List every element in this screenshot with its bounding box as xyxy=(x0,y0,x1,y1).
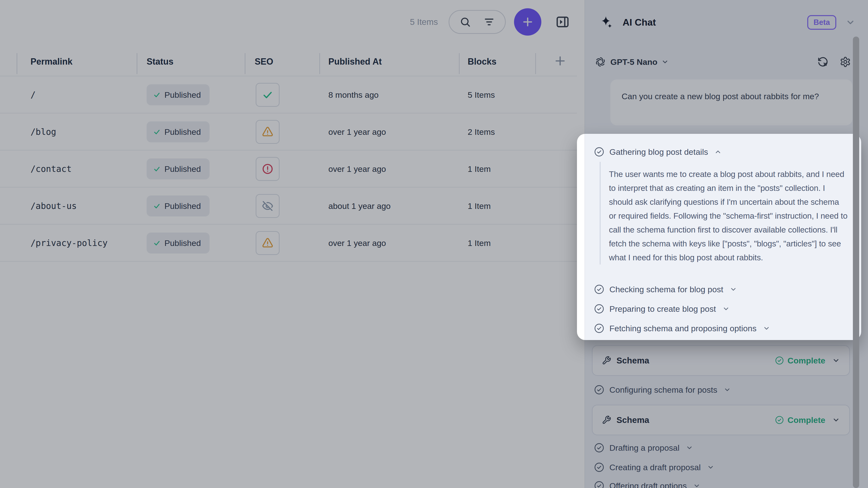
chevron-down-icon xyxy=(722,305,730,313)
column-header-blocks[interactable]: Blocks xyxy=(468,57,496,67)
blocks-cell: 1 Item xyxy=(468,238,491,248)
column-header-published-at[interactable]: Published At xyxy=(329,57,382,67)
check-circle-icon xyxy=(594,384,604,395)
reasoning-step[interactable]: Offering draft options xyxy=(594,479,701,488)
column-divider[interactable] xyxy=(136,53,137,74)
gear-icon[interactable] xyxy=(840,56,851,67)
column-divider[interactable] xyxy=(245,53,245,74)
seo-error-icon xyxy=(262,163,274,175)
status-badge: Published xyxy=(147,121,210,142)
table-row[interactable]: /blog Published over 1 year ago 2 Items xyxy=(0,113,577,151)
model-chevron-icon[interactable] xyxy=(661,58,669,66)
status-label: Published xyxy=(164,90,201,100)
column-header-status[interactable]: Status xyxy=(147,57,174,67)
chevron-up-icon xyxy=(714,148,722,156)
table-row[interactable]: /about-us Published about 1 year ago 1 I… xyxy=(0,188,577,225)
status-label: Published xyxy=(164,238,201,248)
column-divider[interactable] xyxy=(535,53,536,74)
status-label: Published xyxy=(164,164,201,174)
status-badge: Published xyxy=(147,195,210,217)
reasoning-step-label: Preparing to create blog post xyxy=(610,304,716,314)
permalink-cell[interactable]: /about-us xyxy=(31,201,77,211)
column-header-permalink[interactable]: Permalink xyxy=(31,57,72,67)
seo-hidden-eye-off-icon xyxy=(262,200,274,212)
openai-logo-icon xyxy=(595,56,606,67)
seo-status-button[interactable] xyxy=(256,231,280,255)
status-label: Published xyxy=(164,127,201,137)
plus-icon xyxy=(553,54,567,68)
model-selector[interactable]: GPT-5 Nano xyxy=(610,57,657,67)
tool-call-card[interactable]: Schema Complete xyxy=(592,404,850,435)
chevron-down-icon xyxy=(693,482,701,488)
reasoning-step[interactable]: Creating a draft proposal xyxy=(594,460,714,474)
collection-toolbar: 5 Items xyxy=(0,0,577,44)
check-icon xyxy=(153,202,161,210)
reasoning-step-label: Gathering blog post details xyxy=(610,147,708,157)
seo-status-button[interactable] xyxy=(256,120,280,144)
chevron-down-icon xyxy=(723,386,731,393)
blocks-cell: 5 Items xyxy=(468,90,495,100)
published-at-cell: 8 months ago xyxy=(329,90,379,100)
published-at-cell: about 1 year ago xyxy=(329,201,391,211)
blocks-cell: 2 Items xyxy=(468,127,495,137)
chevron-down-icon xyxy=(832,357,840,364)
wrench-icon xyxy=(602,356,611,365)
reasoning-step[interactable]: Configuring schema for posts xyxy=(594,383,731,397)
reasoning-step[interactable]: Drafting a proposal xyxy=(594,441,693,455)
table-row[interactable]: /contact Published over 1 year ago 1 Ite… xyxy=(0,151,577,188)
app-window: 5 Items Permalink Status xyxy=(0,0,868,488)
column-divider[interactable] xyxy=(459,53,460,74)
tool-status-label: Complete xyxy=(787,415,825,425)
reasoning-step[interactable]: Fetching schema and proposing options xyxy=(594,321,770,335)
seo-status-button[interactable] xyxy=(256,194,280,218)
permalink-cell[interactable]: / xyxy=(31,90,36,100)
permalink-cell[interactable]: /contact xyxy=(31,164,72,174)
filter-icon[interactable] xyxy=(484,16,495,28)
table-row[interactable]: / Published 8 months ago 5 Items xyxy=(0,76,577,113)
tool-name: Schema xyxy=(617,415,649,425)
blocks-cell: 1 Item xyxy=(468,201,491,211)
model-selector-row: GPT-5 Nano xyxy=(585,45,868,79)
check-circle-icon xyxy=(594,481,604,488)
seo-warning-icon xyxy=(262,126,274,138)
reasoning-step[interactable]: Checking schema for blog post xyxy=(594,282,737,296)
column-divider[interactable] xyxy=(319,53,320,74)
reasoning-step-label: Fetching schema and proposing options xyxy=(610,324,756,333)
seo-status-button[interactable] xyxy=(256,157,280,181)
chat-scrollbar[interactable] xyxy=(853,37,859,488)
column-divider xyxy=(17,53,17,74)
wrench-icon xyxy=(602,415,611,425)
toggle-side-panel-button[interactable] xyxy=(555,14,570,30)
search-filter-group xyxy=(448,10,506,34)
reasoning-step-label: Checking schema for blog post xyxy=(610,285,723,294)
ai-chat-header: AI Chat Beta xyxy=(585,0,868,45)
table-row[interactable]: /privacy-policy Published over 1 year ag… xyxy=(0,225,577,262)
check-circle-icon xyxy=(594,303,604,314)
seo-warning-icon xyxy=(262,237,274,249)
search-icon[interactable] xyxy=(460,16,471,28)
add-column-button[interactable] xyxy=(553,54,567,68)
permalink-cell[interactable]: /blog xyxy=(31,127,56,137)
tool-status: Complete xyxy=(775,415,825,425)
status-badge: Published xyxy=(147,158,210,180)
check-icon xyxy=(153,128,161,136)
tool-call-card[interactable]: Schema Complete xyxy=(592,345,850,376)
chevron-down-icon xyxy=(832,416,840,424)
collapse-panel-chevron-icon[interactable] xyxy=(845,18,855,27)
clear-history-icon[interactable] xyxy=(817,56,829,67)
check-circle-icon xyxy=(775,415,784,425)
reasoning-detail: The user wants me to create a blog post … xyxy=(600,162,847,264)
column-header-seo[interactable]: SEO xyxy=(255,57,273,67)
check-icon xyxy=(153,165,161,173)
status-label: Published xyxy=(164,201,201,211)
plus-icon xyxy=(521,15,534,29)
check-circle-icon xyxy=(594,443,604,453)
add-item-button[interactable] xyxy=(514,8,541,36)
permalink-cell[interactable]: /privacy-policy xyxy=(31,238,107,248)
reasoning-step[interactable]: Preparing to create blog post xyxy=(594,302,730,316)
tool-status: Complete xyxy=(775,356,825,365)
reasoning-step-expanded[interactable]: Gathering blog post details xyxy=(594,145,722,159)
seo-status-button[interactable] xyxy=(256,83,280,107)
reasoning-step-label: Configuring schema for posts xyxy=(610,385,717,395)
chevron-down-icon xyxy=(763,325,770,332)
